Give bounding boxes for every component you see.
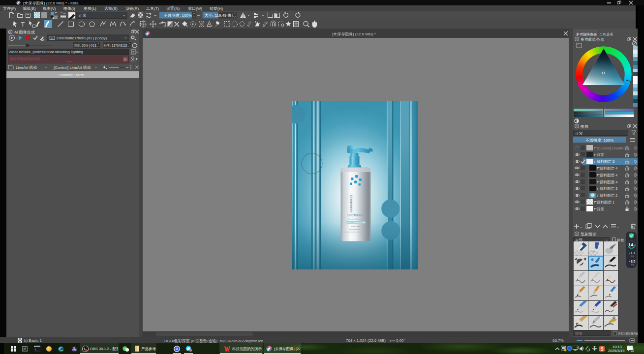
- svg-text:Pore Clean: Pore Clean: [351, 226, 360, 228]
- svg-text:UDIZRIFAEL: UDIZRIFAEL: [347, 214, 364, 217]
- svg-text:T: T: [132, 51, 135, 54]
- svg-text:种子: 137648132: 种子: 137648132: [104, 44, 128, 48]
- svg-text:XL: XL: [51, 37, 54, 40]
- svg-text:%: %: [634, 244, 636, 247]
- svg-text:大小: 119.49 像素: 大小: 119.49 像素: [205, 13, 236, 18]
- svg-text:K/s: K/s: [631, 255, 635, 258]
- svg-text:Cinematic Photo (XL) (Copy): Cinematic Photo (XL) (Copy): [57, 36, 107, 40]
- svg-text:K/s: K/s: [631, 263, 635, 266]
- svg-text:[Control] LineArt 线稿: [Control] LineArt 线稿: [54, 65, 91, 70]
- svg-text:HSIRAIRFABS: HSIRAIRFABS: [350, 194, 353, 212]
- svg-text:强度: 50% (4/13): 强度: 50% (4/13): [74, 44, 97, 48]
- svg-text:Amino Cleansing Texture: Amino Cleansing Texture: [346, 222, 365, 224]
- svg-text:1.7: 1.7: [631, 251, 635, 255]
- svg-text:T: T: [21, 21, 25, 28]
- svg-text:LineArt 线稿: LineArt 线稿: [16, 65, 37, 70]
- svg-text:不透明度: 100%: 不透明度: 100%: [164, 13, 192, 18]
- svg-text:Facial Cleanser: Facial Cleanser: [348, 218, 364, 220]
- svg-text:14: 14: [628, 242, 633, 247]
- svg-text:8.5: 8.5: [631, 260, 635, 263]
- svg-text:正常: 正常: [79, 13, 87, 18]
